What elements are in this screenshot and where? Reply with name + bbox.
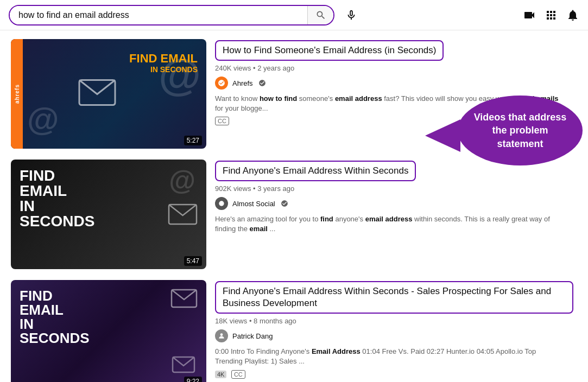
video-info-3: Find Anyone's Email Address Within Secon… [215, 280, 577, 382]
video-title-2[interactable]: Find Anyone's Email Address Within Secon… [223, 165, 408, 177]
video-info-2: Find Anyone's Email Address Within Secon… [215, 160, 577, 269]
search-results: Videos that address the problem statemen… [0, 30, 588, 382]
video-title-box-1: How to Find Someone's Email Address (in … [215, 40, 444, 61]
annotation-bubble-container: Videos that address the problem statemen… [458, 96, 583, 165]
video-age-2: 3 years ago [257, 184, 294, 193]
video-title-3[interactable]: Find Anyone's Email Address Within Secon… [223, 285, 566, 309]
view-count-1: 240K views [215, 64, 251, 72]
annotation-bubble: Videos that address the problem statemen… [458, 96, 583, 165]
annotation-text: Videos that address the problem statemen… [469, 111, 572, 150]
channel-name-2[interactable]: Almost Social [232, 200, 275, 208]
mic-icon [345, 9, 357, 21]
separator-3: • [249, 317, 254, 325]
video-meta-3: 18K views • 8 months ago [215, 317, 577, 325]
verified-icon-2 [281, 200, 288, 207]
bubble-arrow [425, 119, 460, 152]
header: how to find an email address [0, 0, 588, 30]
ahrefs-badge: ahrefs [11, 39, 23, 149]
thumbnail-1[interactable]: @ @ FIND EMAIL IN SECONDS ahrefs 5:27 [11, 39, 206, 149]
envelope-icon-thumb1 [78, 79, 116, 106]
envelope-icon-thumb3-mid [172, 356, 195, 373]
apps-button[interactable] [545, 9, 558, 22]
notifications-button[interactable] [566, 9, 579, 22]
search-bar: how to find an email address [9, 5, 334, 26]
thumbnail-3[interactable]: FIND EMAIL IN SECONDS 9:22 [11, 280, 206, 382]
bell-icon [566, 9, 579, 22]
cc-badge-1: CC [215, 117, 229, 125]
video-title-box-3: Find Anyone's Email Address Within Secon… [215, 281, 573, 314]
channel-name-3[interactable]: Patrick Dang [232, 332, 273, 340]
header-right-icons [523, 9, 579, 22]
apps-icon [545, 9, 558, 22]
at-deco-2: @ [169, 165, 195, 196]
thumbnail-2[interactable]: @ FIND EMAIL IN SECONDS 5:47 [11, 160, 206, 269]
channel-name-1[interactable]: Ahrefs [232, 79, 253, 87]
channel-row-1: Ahrefs [215, 77, 577, 90]
create-button[interactable] [523, 9, 536, 22]
channel-row-2: Almost Social [215, 197, 577, 210]
video-age-3: 8 months ago [254, 317, 296, 325]
video-duration-2: 5:47 [184, 256, 202, 266]
cc-badge-3: CC [231, 370, 245, 379]
video-duration-3: 9:22 [184, 377, 202, 382]
at-sign-deco-2: @ [27, 100, 59, 138]
video-camera-icon [523, 9, 536, 22]
video-meta-2: 902K views • 3 years ago [215, 184, 577, 193]
badges-3: 4K CC [215, 367, 577, 379]
svg-point-5 [220, 334, 223, 336]
channel-avatar-1 [215, 77, 228, 90]
video-desc-3: 0:00 Intro To Finding Anyone's Email Add… [215, 347, 562, 366]
video-result-2: @ FIND EMAIL IN SECONDS 5:47 Find Anyone… [11, 160, 577, 269]
channel-avatar-3 [215, 329, 228, 342]
video-duration-1: 5:27 [184, 136, 202, 145]
thumb2-headline: FIND EMAIL IN SECONDS [20, 168, 94, 229]
video-meta-1: 240K views • 2 years ago [215, 64, 577, 72]
video-result-3: FIND EMAIL IN SECONDS 9:22 Find Anyone's… [11, 280, 577, 382]
search-button[interactable] [307, 6, 333, 24]
svg-point-2 [219, 201, 224, 206]
channel-row-3: Patrick Dang [215, 329, 577, 342]
video-title-1[interactable]: How to Find Someone's Email Address (in … [223, 44, 436, 56]
mic-button[interactable] [345, 9, 357, 21]
verified-icon-1 [258, 79, 266, 87]
search-input[interactable]: how to find an email address [10, 6, 307, 24]
view-count-3: 18K views [215, 317, 247, 325]
video-age-1: 2 years ago [257, 64, 294, 72]
4k-badge-3: 4K [215, 371, 226, 378]
video-desc-2: Here's an amazing tool for you to find a… [215, 214, 562, 234]
channel-avatar-2 [215, 197, 228, 210]
view-count-2: 902K views [215, 184, 251, 193]
video-title-box-2: Find Anyone's Email Address Within Secon… [215, 161, 416, 181]
thumb3-headline: FIND EMAIL IN SECONDS [20, 289, 90, 345]
envelope-icon-thumb2-right [168, 203, 198, 225]
thumb1-headline: FIND EMAIL IN SECONDS [129, 52, 198, 74]
search-icon [315, 10, 326, 21]
envelope-icon-thumb3-top [170, 289, 198, 308]
